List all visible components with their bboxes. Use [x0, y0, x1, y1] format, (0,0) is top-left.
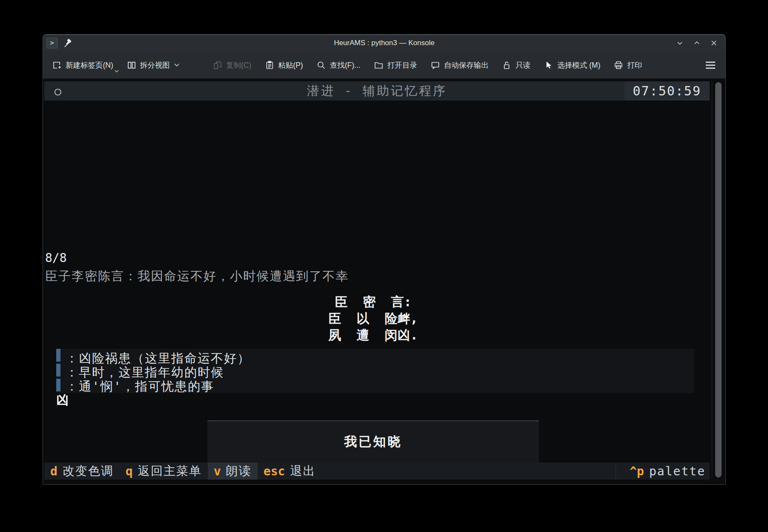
acknowledge-button-label: 我已知晓 [344, 433, 402, 451]
progress-counter: 8/8 [45, 251, 67, 265]
annotation-line: 夙：早时，这里指年幼的时候 [66, 365, 694, 380]
annotation-line: 险衅：凶险祸患（这里指命运不好） [66, 351, 694, 365]
key-label: 退出 [290, 463, 316, 479]
split-view-label: 拆分视图 [140, 60, 170, 70]
keybinding-change-theme[interactable]: d 改变色调 [44, 463, 120, 480]
scrollbar-thumb[interactable] [715, 82, 722, 477]
maximize-icon[interactable] [691, 37, 702, 49]
key-label: palette [649, 464, 705, 478]
hamburger-icon[interactable] [701, 58, 720, 73]
find-label: 查找(F)... [330, 60, 360, 70]
chevron-down-icon [114, 69, 119, 73]
tui-footer: d 改变色调 q 返回主菜单 v 朗读 esc 退出 ^p palette [44, 463, 710, 480]
key-label: 返回主菜单 [138, 463, 202, 479]
read-only-label: 只读 [515, 60, 530, 70]
new-tab-icon [52, 60, 62, 70]
acknowledge-button[interactable]: 我已知晓 [207, 420, 539, 463]
footer-divider [616, 463, 616, 480]
pin-icon[interactable] [63, 38, 72, 48]
tui-header: ○ 潜进 - 辅助记忆程序 07:50:59 [44, 81, 710, 101]
annotation-line: 凶：不幸，指丧父 [66, 394, 694, 408]
new-tab-label: 新建标签页(N) [66, 60, 113, 70]
autosave-output-button[interactable]: 自动保存输出 [426, 57, 493, 74]
verse-line: 臣 密 言: [43, 293, 703, 310]
keybinding-exit[interactable]: esc 退出 [258, 463, 322, 480]
copy-button[interactable]: 复制(C) [209, 57, 256, 74]
key-hint: ^p [630, 464, 644, 478]
autosave-output-label: 自动保存输出 [444, 60, 489, 70]
split-view-button[interactable]: 拆分视图 [123, 57, 184, 74]
keybinding-main-menu[interactable]: q 返回主菜单 [120, 463, 208, 480]
key-hint: esc [264, 464, 285, 478]
print-button[interactable]: 打印 [610, 57, 646, 74]
tui-title: 潜进 - 辅助记忆程序 [44, 83, 710, 100]
folder-icon [374, 60, 383, 70]
terminal-screen[interactable]: ○ 潜进 - 辅助记忆程序 07:50:59 8/8 臣子李密陈言：我因命运不好… [43, 79, 725, 484]
printer-icon [614, 60, 623, 70]
copy-icon [213, 60, 222, 70]
key-hint: v [214, 464, 221, 478]
open-directory-label: 打开目录 [387, 60, 417, 70]
paste-label: 粘贴(P) [278, 60, 303, 70]
output-bubble-icon [431, 60, 440, 70]
read-only-button[interactable]: 只读 [498, 57, 535, 74]
annotation-panel: 险衅：凶险祸患（这里指命运不好） 夙：早时，这里指年幼的时候 闵：通'悯'，指可… [56, 349, 694, 411]
scrollbar-track [712, 81, 712, 478]
open-directory-button[interactable]: 打开目录 [370, 57, 421, 74]
window-title: HeurAMS : python3 — Konsole [43, 39, 725, 47]
clock: 07:50:59 [624, 81, 710, 101]
search-icon [316, 60, 326, 70]
cursor-icon [544, 60, 553, 70]
verse-line: 臣 以 险衅, [43, 310, 703, 327]
translation-hint: 臣子李密陈言：我因命运不好，小时候遭遇到了不幸 [45, 268, 349, 285]
minimize-icon[interactable] [674, 37, 685, 49]
new-tab-button[interactable]: 新建标签页(N) [48, 57, 118, 74]
konsole-app-icon: > [46, 37, 58, 49]
verse-block: 臣 密 言: 臣 以 险衅, 夙 遭 闵凶. [43, 293, 703, 343]
split-view-icon [127, 60, 136, 70]
select-mode-button[interactable]: 选择模式 (M) [540, 57, 604, 74]
annotation-term: 凶 [56, 393, 694, 411]
annotation-def: ：通'悯'，指可忧患的事 [66, 379, 214, 394]
key-label: 改变色调 [63, 463, 114, 479]
close-icon[interactable] [708, 37, 719, 49]
select-mode-label: 选择模式 (M) [557, 60, 600, 70]
keybinding-read-aloud[interactable]: v 朗读 [208, 463, 258, 480]
paste-icon [265, 60, 274, 70]
print-label: 打印 [627, 60, 642, 70]
find-button[interactable]: 查找(F)... [312, 57, 365, 74]
annotation-def: ：早时，这里指年幼的时候 [66, 365, 224, 380]
keybinding-palette[interactable]: ^p palette [624, 463, 710, 480]
paste-button[interactable]: 粘贴(P) [261, 57, 307, 74]
chevron-down-icon [174, 63, 180, 67]
annotation-def: ：凶险祸患（这里指命运不好） [66, 351, 250, 365]
unlock-icon [502, 60, 512, 70]
key-hint: d [50, 464, 58, 478]
verse-line: 夙 遭 闵凶. [43, 327, 703, 343]
copy-label: 复制(C) [226, 60, 251, 70]
key-hint: q [126, 464, 133, 478]
toolbar: 新建标签页(N) 拆分视图 复制(C) [43, 52, 725, 79]
titlebar: > HeurAMS : python3 — Konsole [43, 35, 725, 52]
key-label: 朗读 [226, 463, 252, 479]
annotation-line: 闵：通'悯'，指可忧患的事 [66, 380, 694, 394]
konsole-window: > HeurAMS : python3 — Konsole [43, 34, 726, 485]
